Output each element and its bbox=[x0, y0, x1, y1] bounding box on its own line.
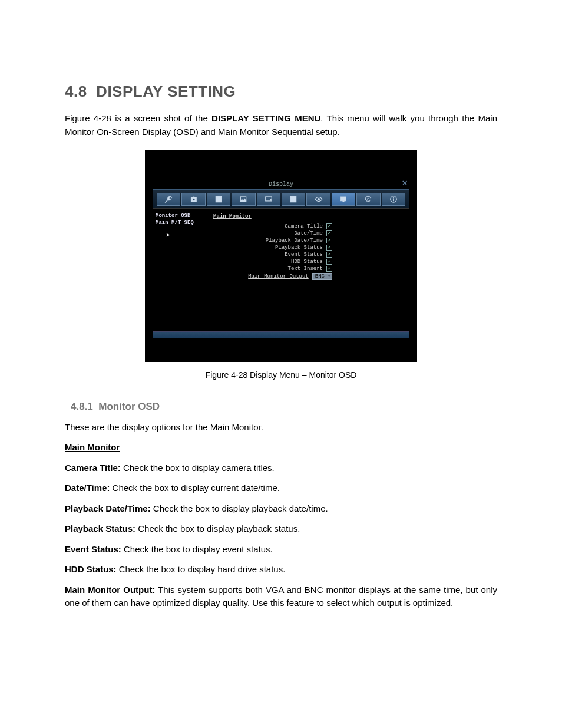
option-text: Check the box to display event status. bbox=[121, 544, 273, 554]
option-row: Playback Date/Time: Check the box to dis… bbox=[65, 502, 497, 516]
svg-rect-16 bbox=[393, 198, 394, 200]
option-label: Camera Title: bbox=[65, 463, 121, 473]
row-label: Text Insert bbox=[288, 266, 323, 272]
svg-rect-13 bbox=[343, 200, 344, 201]
camera-icon[interactable] bbox=[181, 193, 205, 206]
svg-rect-10 bbox=[292, 199, 293, 200]
section-heading: 4.8 DISPLAY SETTING bbox=[65, 83, 497, 101]
option-label: Date/Time: bbox=[65, 483, 110, 493]
svg-rect-12 bbox=[340, 196, 346, 200]
section-title-text: DISPLAY SETTING bbox=[96, 83, 236, 100]
option-text: Check the box to display current date/ti… bbox=[110, 483, 279, 493]
subsection-heading: 4.8.1 Monitor OSD bbox=[71, 401, 497, 413]
intro-bold: DISPLAY SETTING MENU bbox=[211, 113, 320, 123]
gear-icon[interactable] bbox=[356, 193, 380, 206]
eye-icon[interactable] bbox=[306, 193, 330, 206]
info-icon[interactable] bbox=[382, 193, 405, 206]
option-label: HDD Status: bbox=[65, 564, 117, 574]
main-monitor-output-select[interactable]: BNC bbox=[312, 273, 332, 280]
svg-rect-17 bbox=[393, 197, 394, 197]
close-icon[interactable]: ✕ bbox=[402, 179, 408, 187]
svg-point-11 bbox=[318, 198, 320, 200]
option-row: Playback Status: Check the box to displa… bbox=[65, 522, 497, 536]
checkbox-event-status[interactable]: ✓ bbox=[326, 252, 332, 258]
section-intro: Figure 4-28 is a screen shot of the DISP… bbox=[65, 111, 497, 139]
option-row: HDD Status: Check the box to display har… bbox=[65, 563, 497, 577]
monitor-icon[interactable] bbox=[257, 193, 280, 206]
checkbox-camera-title[interactable]: ✓ bbox=[326, 223, 332, 229]
intro-pre: Figure 4-28 is a screen shot of the bbox=[65, 113, 211, 123]
option-row: Camera Title: Check the box to display c… bbox=[65, 462, 497, 475]
subsection-number: 4.8.1 bbox=[71, 401, 93, 412]
figure-caption: Figure 4-28 Display Menu – Monitor OSD bbox=[65, 370, 497, 380]
status-bar bbox=[153, 331, 409, 338]
option-row: Date/Time: Check the box to display curr… bbox=[65, 482, 497, 495]
checkbox-date-time[interactable]: ✓ bbox=[326, 230, 332, 236]
subsection-intro: These are the display options for the Ma… bbox=[65, 421, 497, 434]
option-text: Check the box to display playback status… bbox=[135, 523, 300, 533]
sidebar: Monitor OSD Main M/T SEQ ➤ bbox=[153, 209, 207, 315]
sidebar-item-main-mt-seq[interactable]: Main M/T SEQ bbox=[156, 219, 204, 226]
row-label: HDD Status bbox=[291, 259, 323, 265]
subsection-title-text: Monitor OSD bbox=[98, 401, 160, 412]
checkbox-playback-status[interactable]: ✓ bbox=[326, 245, 332, 251]
layout-icon[interactable] bbox=[282, 193, 305, 206]
dvr-screenshot: Display ✕ Monitor OSD Main M/T SEQ bbox=[145, 150, 417, 362]
settings-panel: Main Monitor Camera Title✓ Date/Time✓ Pl… bbox=[207, 209, 409, 315]
row-label: Event Status bbox=[285, 252, 323, 258]
checkbox-text-insert[interactable]: ✓ bbox=[326, 266, 332, 272]
display-icon[interactable] bbox=[332, 193, 355, 206]
panel-heading: Main Monitor bbox=[213, 213, 403, 219]
window-title: Display bbox=[269, 181, 293, 187]
option-text: Check the box to display camera titles. bbox=[121, 463, 275, 473]
checkbox-hdd-status[interactable]: ✓ bbox=[326, 259, 332, 265]
svg-point-6 bbox=[270, 199, 271, 200]
option-label: Playback Status: bbox=[65, 523, 135, 533]
option-label: Main Monitor Output: bbox=[65, 585, 155, 595]
option-label: Event Status: bbox=[65, 544, 121, 554]
row-label: Camera Title bbox=[285, 223, 323, 229]
option-text: Check the box to display playback date/t… bbox=[151, 503, 328, 513]
row-label: Date/Time bbox=[294, 230, 323, 236]
option-row: Event Status: Check the box to display e… bbox=[65, 543, 497, 556]
toolbar bbox=[153, 190, 409, 209]
wrench-icon[interactable] bbox=[157, 193, 180, 206]
image-icon[interactable] bbox=[232, 193, 255, 206]
window-titlebar: Display ✕ bbox=[153, 179, 409, 190]
svg-point-0 bbox=[193, 198, 195, 200]
cursor-icon: ➤ bbox=[166, 231, 204, 240]
option-text: Check the box to display hard drive stat… bbox=[117, 564, 286, 574]
grid-icon[interactable] bbox=[207, 193, 230, 206]
section-number: 4.8 bbox=[65, 83, 87, 100]
svg-rect-8 bbox=[292, 197, 293, 199]
row-label: Playback Date/Time bbox=[266, 238, 323, 243]
row-label: Playback Status bbox=[275, 245, 323, 251]
row-label-output: Main Monitor Output bbox=[248, 274, 309, 279]
svg-point-14 bbox=[368, 198, 370, 200]
option-row: Main Monitor Output: This system support… bbox=[65, 584, 497, 610]
svg-rect-9 bbox=[294, 197, 295, 199]
sidebar-item-monitor-osd[interactable]: Monitor OSD bbox=[156, 212, 204, 219]
group-heading: Main Monitor bbox=[65, 442, 120, 452]
checkbox-playback-date-time[interactable]: ✓ bbox=[326, 238, 332, 243]
option-label: Playback Date/Time: bbox=[65, 503, 151, 513]
